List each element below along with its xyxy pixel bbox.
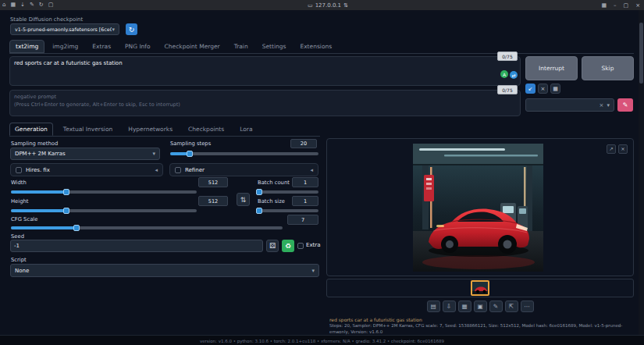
save-zip-button[interactable]: ▦ <box>458 301 471 312</box>
sampling-method-label: Sampling method <box>11 140 58 147</box>
window-icon[interactable]: ▢ <box>48 0 54 10</box>
generated-image-art <box>413 144 543 272</box>
refiner-label: Refiner <box>185 167 205 173</box>
checkpoint-value: v1-5-pruned-emaonly.safetensors [6ce0161… <box>15 27 112 32</box>
tab-png-info[interactable]: PNG Info <box>119 40 157 53</box>
script-label: Script <box>11 257 27 263</box>
tab-img2img[interactable]: img2img <box>46 40 84 53</box>
save-image-button[interactable]: ⇩ <box>443 301 456 312</box>
hires-fix-checkbox[interactable] <box>16 167 22 173</box>
grid-icon[interactable]: ▦ <box>10 0 16 10</box>
folder-icon: ▤ <box>430 303 436 310</box>
translate-prompt-icon[interactable]: A <box>500 70 508 78</box>
skip-button[interactable]: Skip <box>582 56 634 80</box>
refresh-icon[interactable]: ↻ <box>39 0 44 10</box>
batch-count-input[interactable]: 1 <box>292 177 318 187</box>
edit-icon[interactable]: ✎ <box>30 0 34 10</box>
clear-prompt-button[interactable]: × <box>538 84 548 94</box>
width-input[interactable]: 512 <box>198 177 228 187</box>
refresh-checkpoint-button[interactable]: ↻ <box>126 23 137 35</box>
maximize-button[interactable]: ▢ <box>624 2 629 9</box>
paste-params-button[interactable]: ↙ <box>525 84 535 94</box>
sync-prompt-icon[interactable]: ⇄ <box>510 71 518 79</box>
interrupt-button[interactable]: Interrupt <box>525 56 578 80</box>
tab-checkpoints[interactable]: Checkpoints <box>183 123 229 136</box>
output-actions: ▤ ⇩ ▦ ▣ ✎ ⇱ ⋯ <box>326 301 634 312</box>
refiner-accordion[interactable]: Refiner ◂ <box>169 163 318 176</box>
recycle-icon: ♻ <box>285 242 291 250</box>
height-input[interactable]: 512 <box>198 196 228 206</box>
apps-icon[interactable]: ▦ <box>601 2 607 9</box>
tab-checkpoint-merger[interactable]: Checkpoint Merger <box>158 40 226 53</box>
window-titlebar: ⌂ ▦ ⇣ ✎ ↻ ▢ ▭ 127.0.0.1 ⇅ ▦ – ▢ × <box>0 0 644 10</box>
sampling-steps-input[interactable]: 20 <box>290 139 317 148</box>
prompt-textarea[interactable]: red sports car at a futuristic gas stati… <box>9 56 521 86</box>
seed-label: Seed <box>11 233 24 240</box>
hires-fix-accordion[interactable]: Hires. fix ◂ <box>10 163 163 176</box>
cfg-scale-input[interactable]: 7 <box>287 215 318 225</box>
open-folder-button[interactable]: ▤ <box>427 301 440 312</box>
home-icon[interactable]: ⌂ <box>2 0 5 10</box>
extra-tool-button[interactable]: ⋯ <box>521 301 534 312</box>
tab-settings[interactable]: Settings <box>256 40 293 53</box>
edit-styles-button[interactable]: ✎ <box>617 98 633 112</box>
tab-txt2img[interactable]: txt2img <box>9 40 44 53</box>
send-to-img2img-button[interactable]: ▣ <box>474 301 487 312</box>
close-button[interactable]: × <box>635 2 640 9</box>
seed-input[interactable]: -1 <box>10 240 263 252</box>
tab-extensions[interactable]: Extensions <box>294 40 338 53</box>
gallery-fullscreen-button[interactable]: ↗ <box>607 144 616 154</box>
gallery-close-button[interactable]: × <box>618 144 628 154</box>
page-scrollbar[interactable] <box>639 10 644 335</box>
refresh-icon: ↻ <box>129 26 135 34</box>
sync-glyph: ⇄ <box>511 73 515 78</box>
tab-divider <box>9 53 634 54</box>
gallery-thumbnail-selected[interactable] <box>471 280 489 296</box>
tab-hypernetworks[interactable]: Hypernetworks <box>123 123 178 136</box>
sampling-method-dropdown[interactable]: DPM++ 2M Karras ▾ <box>10 148 160 160</box>
seed-value: -1 <box>14 243 20 249</box>
batch-size-input[interactable]: 1 <box>292 196 318 206</box>
swap-icon: ⇅ <box>240 196 247 204</box>
extra-networks-button[interactable]: ▦ <box>550 84 560 94</box>
script-dropdown[interactable]: None ▾ <box>10 264 319 277</box>
width-slider[interactable] <box>11 190 197 194</box>
download-icon[interactable]: ⇣ <box>20 0 25 10</box>
sampling-method-value: DPM++ 2M Karras <box>15 151 66 157</box>
random-seed-button[interactable]: ⚄ <box>266 240 279 252</box>
send-to-inpaint-button[interactable]: ✎ <box>489 301 503 312</box>
scrollbar-thumb[interactable] <box>639 23 643 84</box>
seed-extra-checkbox[interactable] <box>297 243 304 249</box>
output-gallery[interactable]: ↗ × <box>326 138 634 276</box>
negative-placeholder-line1: negative prompt <box>14 94 516 100</box>
reuse-seed-button[interactable]: ♻ <box>282 240 294 252</box>
swap-dimensions-button[interactable]: ⇅ <box>237 193 250 206</box>
negative-prompt-textarea[interactable]: negative prompt (Press Ctrl+Enter to gen… <box>9 90 521 116</box>
checkpoint-label: Stable Diffusion checkpoint <box>10 16 83 23</box>
tab-extras[interactable]: Extras <box>86 40 117 53</box>
sampling-steps-slider[interactable] <box>170 152 318 155</box>
send-to-extras-button[interactable]: ⇱ <box>505 301 518 312</box>
minimize-button[interactable]: – <box>614 2 617 9</box>
tab-lora[interactable]: Lora <box>234 123 258 136</box>
seed-extra-label: Extra <box>306 242 320 248</box>
cfg-scale-slider[interactable] <box>11 226 283 229</box>
chevron-down-icon: ▾ <box>152 151 155 157</box>
styles-dropdown[interactable]: × ▾ <box>525 98 614 112</box>
negative-token-counter[interactable]: 0/75 <box>497 85 518 94</box>
width-label: Width <box>11 180 27 186</box>
generated-image[interactable] <box>413 144 543 272</box>
checkpoint-dropdown[interactable]: v1-5-pruned-emaonly.safetensors [6ce0161… <box>10 23 119 35</box>
thumbnail-art <box>472 282 489 296</box>
prompt-token-counter[interactable]: 0/75 <box>497 52 518 61</box>
tab-train[interactable]: Train <box>228 40 254 53</box>
height-slider[interactable] <box>11 209 197 212</box>
batch-size-slider[interactable] <box>258 209 318 212</box>
batch-count-slider[interactable] <box>258 190 318 194</box>
translate-glyph: A <box>503 72 506 77</box>
app-window: ⌂ ▦ ⇣ ✎ ↻ ▢ ▭ 127.0.0.1 ⇅ ▦ – ▢ × Stable… <box>0 0 644 345</box>
tab-textual-inversion[interactable]: Textual Inversion <box>58 123 118 136</box>
tab-generation[interactable]: Generation <box>9 123 53 136</box>
clear-styles-icon[interactable]: × <box>600 102 604 108</box>
refiner-checkbox[interactable] <box>175 167 181 173</box>
